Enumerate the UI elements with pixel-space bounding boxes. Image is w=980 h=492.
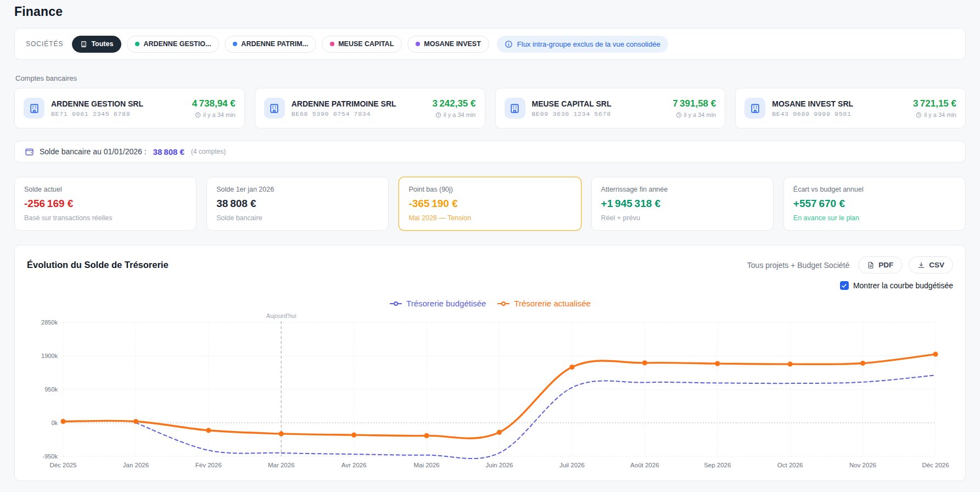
accounts-row: ARDENNE GESTION SRL BE71 0961 2345 6789 … xyxy=(14,88,966,128)
company-color-dot xyxy=(233,42,237,46)
kpi-label: Solde actuel xyxy=(24,186,187,193)
intragroup-info-text: Flux intra-groupe exclus de la vue conso… xyxy=(517,40,660,48)
export-csv-label: CSV xyxy=(929,261,944,269)
company-color-dot xyxy=(135,42,139,46)
svg-text:2850k: 2850k xyxy=(41,319,58,326)
companies-filter-bar: SOCIÉTÉS Toutes ARDENNE GESTIO... ARDENN… xyxy=(14,28,966,60)
account-updated-text: il y a 34 min xyxy=(444,111,476,118)
account-updated-text: il y a 34 min xyxy=(924,111,956,118)
bank-icon xyxy=(744,98,765,119)
chart-scope-label: Tous projets + Budget Société xyxy=(747,261,849,270)
account-balance: 3 721,15 € xyxy=(913,98,956,109)
filter-chip-label: ARDENNE GESTIO... xyxy=(143,40,211,48)
clock-icon xyxy=(916,112,922,118)
account-card[interactable]: ARDENNE PATRIMOINE SRL BE68 5390 0754 70… xyxy=(255,88,485,128)
kpi-value: 38 808 € xyxy=(216,198,379,210)
filter-chip-label: MOSANE INVEST xyxy=(424,40,481,48)
company-color-dot xyxy=(330,42,334,46)
account-card[interactable]: MOSANE INVEST SRL BE43 0689 9999 9501 3 … xyxy=(735,88,966,128)
kpi-label: Écart vs budget annuel xyxy=(793,186,956,193)
kpi-sub: Basé sur transactions réelles xyxy=(24,214,187,222)
filter-chip-company[interactable]: ARDENNE GESTIO... xyxy=(127,36,219,53)
clock-icon xyxy=(435,112,441,118)
svg-text:Nov 2026: Nov 2026 xyxy=(849,462,876,468)
opening-balance-note: (4 comptes) xyxy=(191,148,226,155)
svg-text:Fév 2026: Fév 2026 xyxy=(195,462,222,468)
download-icon xyxy=(917,261,925,269)
chart-legend: Trésorerie budgétisée Trésorerie actuali… xyxy=(27,299,953,308)
company-color-dot xyxy=(416,42,420,46)
bank-icon xyxy=(264,98,285,119)
filter-chip-company[interactable]: MEUSE CAPITAL xyxy=(322,36,402,53)
account-balance: 7 391,58 € xyxy=(673,98,716,109)
bank-icon xyxy=(505,98,525,119)
kpi-value: -365 190 € xyxy=(408,198,571,210)
kpi-label: Atterrissage fin année xyxy=(601,186,764,193)
clock-icon xyxy=(195,112,201,118)
account-name: MEUSE CAPITAL SRL xyxy=(532,99,667,108)
document-icon xyxy=(867,261,875,269)
filter-chip-all[interactable]: Toutes xyxy=(72,36,121,53)
kpi-value: -256 169 € xyxy=(24,198,187,210)
kpi-sub: Mai 2026 — Tension xyxy=(408,214,571,222)
kpi-value: +557 670 € xyxy=(793,198,956,210)
kpi-card-atterrissage: Atterrissage fin année +1 945 318 € Réel… xyxy=(591,177,774,231)
finance-page: Finance SOCIÉTÉS Toutes ARDENNE GESTIO..… xyxy=(0,0,980,481)
svg-text:Sep 2026: Sep 2026 xyxy=(704,462,731,468)
kpi-sub: En avance sur le plan xyxy=(793,214,956,222)
opening-balance-amount: 38 808 € xyxy=(153,147,184,156)
kpi-card-point-bas: Point bas (90j) -365 190 € Mai 2026 — Te… xyxy=(399,177,581,231)
account-card[interactable]: MEUSE CAPITAL SRL BE09 3630 1234 5678 7 … xyxy=(495,88,726,128)
svg-text:Déc 2026: Déc 2026 xyxy=(922,462,949,468)
svg-text:Mai 2026: Mai 2026 xyxy=(413,462,439,468)
svg-text:1900k: 1900k xyxy=(41,353,58,359)
account-balance: 4 738,94 € xyxy=(192,98,236,109)
legend-label-actual: Trésorerie actualisée xyxy=(514,299,591,308)
filter-chip-company[interactable]: MOSANE INVEST xyxy=(407,36,489,53)
building-icon xyxy=(80,41,87,48)
svg-text:Août 2026: Août 2026 xyxy=(630,462,659,468)
kpi-card-solde-jan: Solde 1er jan 2026 38 808 € Solde bancai… xyxy=(206,177,389,231)
account-name: MOSANE INVEST SRL xyxy=(772,99,906,108)
account-iban: BE68 5390 0754 7034 xyxy=(292,110,426,118)
chart-title: Évolution du Solde de Trésorerie xyxy=(27,260,169,270)
kpi-sub: Réel + prévu xyxy=(601,214,764,222)
svg-text:Aujourd'hui: Aujourd'hui xyxy=(266,312,296,319)
page-title: Finance xyxy=(14,4,966,19)
kpi-label: Solde 1er jan 2026 xyxy=(216,186,379,193)
wallet-icon xyxy=(25,147,34,156)
legend-label-budget: Trésorerie budgétisée xyxy=(406,299,486,308)
export-csv-button[interactable]: CSV xyxy=(909,256,953,273)
svg-text:Avr 2026: Avr 2026 xyxy=(341,462,367,468)
filter-chip-company[interactable]: ARDENNE PATRIM... xyxy=(225,36,316,53)
kpi-label: Point bas (90j) xyxy=(408,186,571,193)
info-icon xyxy=(505,40,513,48)
clock-icon xyxy=(676,112,682,118)
account-iban: BE09 3630 1234 5678 xyxy=(532,110,667,118)
bank-icon xyxy=(24,98,44,119)
kpi-value: +1 945 318 € xyxy=(601,198,764,210)
legend-marker-actual-icon xyxy=(497,301,510,306)
kpi-card-ecart-budget: Écart vs budget annuel +557 670 € En ava… xyxy=(783,177,966,231)
account-name: ARDENNE GESTION SRL xyxy=(51,99,186,108)
account-updated-text: il y a 34 min xyxy=(203,111,236,118)
export-pdf-button[interactable]: PDF xyxy=(858,256,902,273)
show-budget-checkbox-label: Montrer la courbe budgétisée xyxy=(853,281,953,290)
treasury-chart-card: Évolution du Solde de Trésorerie Tous pr… xyxy=(14,245,966,481)
account-name: ARDENNE PATRIMOINE SRL xyxy=(292,99,426,108)
account-card[interactable]: ARDENNE GESTION SRL BE71 0961 2345 6789 … xyxy=(14,88,245,128)
opening-balance-bar: Solde bancaire au 01/01/2026 : 38 808 € … xyxy=(14,141,966,163)
account-iban: BE43 0689 9999 9501 xyxy=(772,110,906,118)
svg-text:Déc 2025: Déc 2025 xyxy=(49,462,76,468)
kpi-card-solde-actuel: Solde actuel -256 169 € Basé sur transac… xyxy=(14,177,197,231)
filter-chip-all-label: Toutes xyxy=(91,40,113,48)
show-budget-checkbox[interactable] xyxy=(840,281,849,290)
treasury-line-chart[interactable]: 2850k1900k950k0k-950kDéc 2025Jan 2026Fév… xyxy=(27,311,954,472)
svg-text:0k: 0k xyxy=(51,420,58,426)
filter-chip-label: MEUSE CAPITAL xyxy=(338,40,394,48)
opening-balance-label: Solde bancaire au 01/01/2026 : xyxy=(40,147,147,156)
svg-text:Mar 2026: Mar 2026 xyxy=(268,462,295,468)
account-iban: BE71 0961 2345 6789 xyxy=(51,110,186,118)
export-pdf-label: PDF xyxy=(878,261,893,269)
account-updated-text: il y a 34 min xyxy=(684,111,716,118)
